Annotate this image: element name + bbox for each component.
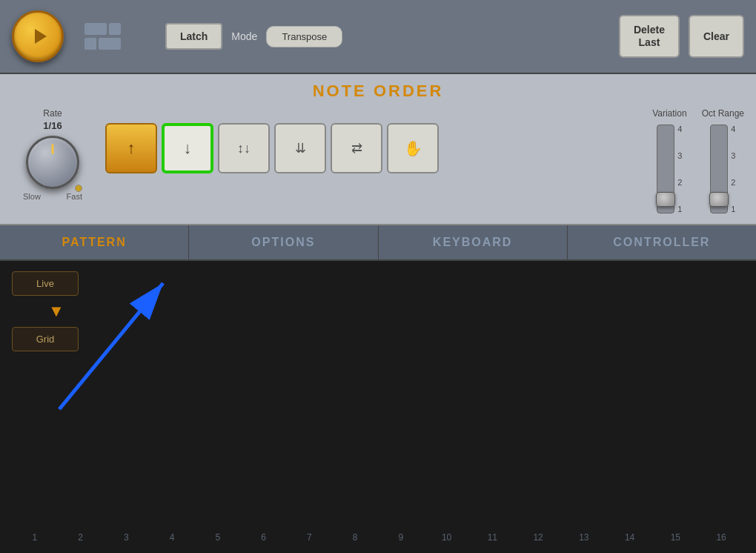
grid-num-13: 13 (577, 532, 591, 543)
top-bar: Latch Mode Transpose DeleteLast Clear (0, 0, 756, 74)
grid-num-12: 12 (531, 532, 546, 543)
oct-range-ticks: 4321 (731, 125, 735, 213)
tabs-row: PATTERN OPTIONS KEYBOARD CONTROLLER (0, 225, 756, 261)
delete-last-button[interactable]: DeleteLast (619, 15, 680, 58)
direction-buttons: ↑ ↓ ↕↓ ⇊ ⇄ ✋ (105, 123, 439, 173)
oct-range-slider-group: Oct Range 4321 (702, 108, 744, 213)
grid-num-11: 11 (485, 532, 500, 543)
mode-value: Transpose (266, 26, 342, 47)
variation-ticks: 4321 (677, 125, 682, 213)
grid-num-14: 14 (623, 532, 637, 543)
dir-btn-random[interactable]: ⇄ (331, 123, 382, 173)
arrows-group (84, 23, 121, 50)
sliders-section: Variation 4321 Oct Range (652, 108, 744, 213)
live-button[interactable]: Live (12, 271, 79, 296)
grid-num-4: 4 (165, 532, 179, 543)
grid-num-9: 9 (394, 532, 408, 543)
play-button[interactable] (12, 10, 64, 62)
oct-range-slider[interactable] (710, 125, 728, 213)
grid-button[interactable]: Grid (12, 327, 79, 351)
tab-controller[interactable]: CONTROLLER (568, 225, 756, 259)
note-order-title: NOTE ORDER (12, 82, 744, 101)
grid-num-1: 1 (27, 532, 42, 543)
grid-num-7: 7 (302, 532, 316, 543)
grid-num-15: 15 (668, 532, 683, 543)
variation-slider[interactable] (657, 125, 674, 213)
variation-label: Variation (652, 108, 686, 119)
mode-label: Mode (231, 30, 257, 42)
rate-label: Rate (43, 108, 62, 119)
tab-options[interactable]: OPTIONS (189, 225, 378, 259)
pattern-buttons: Live ▼ Grid (12, 271, 79, 351)
fast-label: Fast (67, 192, 82, 201)
grid-num-8: 8 (348, 532, 362, 543)
grid-num-2: 2 (73, 532, 88, 543)
annotation-overlay (0, 261, 756, 553)
grid-num-16: 16 (714, 532, 729, 543)
top-right-buttons: DeleteLast Clear (619, 15, 744, 58)
tab-pattern[interactable]: PATTERN (0, 225, 189, 259)
rate-section: Rate 1/16 Slow Fast (12, 108, 93, 201)
note-order-section: NOTE ORDER Rate 1/16 Slow Fast ↑ ↓ ↕↓ (0, 74, 756, 225)
slow-label: Slow (23, 192, 41, 201)
tab-keyboard[interactable]: KEYBOARD (379, 225, 568, 259)
dir-btn-updown[interactable]: ↕↓ (218, 123, 270, 173)
grid-num-6: 6 (256, 532, 271, 543)
pattern-area: Live ▼ Grid 1 2 3 4 5 6 7 (0, 261, 756, 553)
svg-marker-0 (35, 29, 47, 44)
rate-knob[interactable] (26, 136, 79, 189)
dir-btn-down[interactable]: ↓ (162, 123, 213, 173)
down-arrow-icon: ▼ (34, 302, 79, 321)
latch-button[interactable]: Latch (165, 23, 222, 50)
grid-num-5: 5 (210, 532, 225, 543)
dir-btn-hand[interactable]: ✋ (387, 123, 439, 173)
variation-slider-group: Variation 4321 (652, 108, 686, 213)
dir-btn-up[interactable]: ↑ (105, 123, 157, 173)
grid-num-10: 10 (440, 532, 454, 543)
oct-range-label: Oct Range (702, 108, 744, 119)
rate-value: 1/16 (43, 120, 62, 131)
dir-btn-converge[interactable]: ⇊ (274, 123, 326, 173)
top-controls: Latch Mode Transpose (165, 23, 342, 50)
note-order-controls: Rate 1/16 Slow Fast ↑ ↓ ↕↓ ⇊ ⇄ ✋ (12, 108, 744, 213)
clear-button[interactable]: Clear (689, 15, 744, 58)
grid-num-3: 3 (119, 532, 133, 543)
grid-numbers: 1 2 3 4 5 6 7 8 9 10 11 12 13 14 15 16 (12, 532, 744, 543)
blue-arrow-svg (0, 261, 756, 553)
